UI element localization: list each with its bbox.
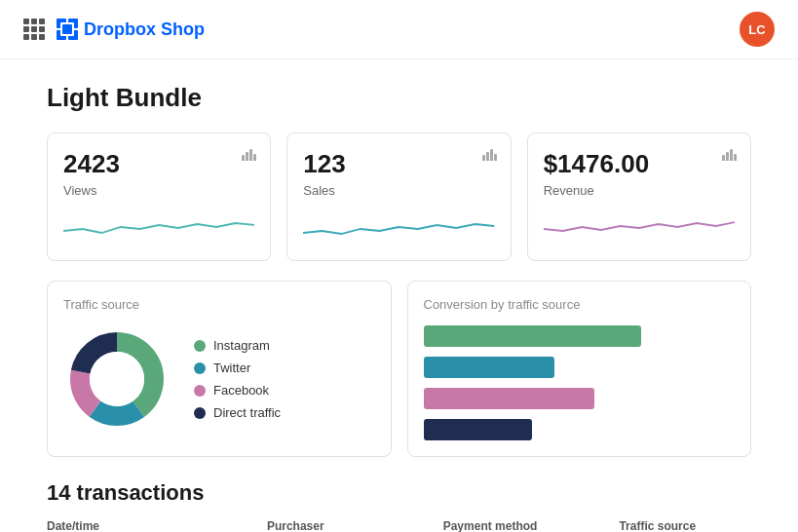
instagram-dot (194, 340, 206, 352)
logo[interactable]: Dropbox Shop (57, 19, 205, 40)
bar-row-1 (424, 357, 736, 378)
col-header-payment: Payment method (443, 519, 620, 532)
bar-row-2 (424, 388, 736, 409)
page-title: Light Bundle (47, 83, 751, 113)
sales-sparkline (303, 209, 494, 241)
stat-card-sales: 123 Sales (286, 133, 511, 261)
col-header-date: Date/time (47, 519, 267, 532)
views-value: 2423 (63, 149, 254, 179)
twitter-dot (194, 362, 206, 374)
header-left: Dropbox Shop (23, 19, 205, 40)
legend-item-twitter: Twitter (194, 361, 281, 375)
svg-point-10 (90, 352, 144, 406)
revenue-sparkline (544, 209, 735, 241)
bar-facebook (424, 388, 595, 409)
traffic-source-card: Traffic source (47, 281, 392, 457)
views-chart-icon (242, 147, 256, 161)
traffic-source-title: Traffic source (63, 297, 375, 312)
stats-row: 2423 Views 123 Sales $14 (47, 133, 751, 261)
views-label: Views (63, 183, 254, 198)
avatar[interactable]: LC (740, 12, 775, 47)
legend-item-facebook: Facebook (194, 383, 281, 398)
donut-chart (63, 325, 171, 433)
direct-dot (194, 407, 206, 419)
revenue-chart-icon (722, 147, 737, 161)
conversion-card: Conversion by traffic source (407, 281, 752, 457)
header: Dropbox Shop LC (0, 0, 798, 59)
facebook-dot (194, 385, 206, 397)
stat-card-views: 2423 Views (47, 133, 271, 261)
traffic-inner: Instagram Twitter Facebook Direct traffi… (63, 325, 375, 433)
col-header-traffic: Traffic source (619, 519, 751, 532)
bar-direct (424, 419, 533, 440)
grid-icon[interactable] (23, 19, 45, 40)
main-content: Light Bundle 2423 Views 123 Sales (0, 59, 798, 532)
legend-item-instagram: Instagram (194, 338, 281, 353)
sales-chart-icon (482, 147, 497, 161)
bar-instagram (424, 325, 642, 347)
col-header-purchaser: Purchaser (267, 519, 443, 532)
views-sparkline (63, 209, 254, 241)
twitter-label: Twitter (213, 361, 250, 375)
traffic-legend: Instagram Twitter Facebook Direct traffi… (194, 338, 281, 420)
legend-item-direct: Direct traffic (194, 405, 281, 420)
two-col-section: Traffic source (47, 281, 751, 457)
instagram-label: Instagram (213, 338, 270, 353)
dropbox-logo-icon (57, 19, 78, 40)
facebook-label: Facebook (213, 383, 269, 398)
bar-twitter (424, 357, 554, 378)
transactions-title: 14 transactions (47, 480, 751, 506)
stat-card-revenue: $1476.00 Revenue (527, 133, 751, 261)
logo-text: Dropbox Shop (84, 19, 205, 40)
conversion-title: Conversion by traffic source (424, 297, 736, 312)
bar-row-0 (424, 325, 736, 347)
sales-label: Sales (303, 183, 494, 198)
revenue-label: Revenue (544, 183, 735, 198)
bar-row-3 (424, 419, 736, 440)
transactions-section: 14 transactions Date/time Purchaser Paym… (47, 480, 751, 532)
direct-label: Direct traffic (213, 405, 281, 420)
table-header: Date/time Purchaser Payment method Traff… (47, 519, 751, 532)
bars-area (424, 325, 736, 440)
svg-rect-5 (62, 24, 72, 34)
revenue-value: $1476.00 (544, 149, 735, 179)
sales-value: 123 (303, 149, 494, 179)
